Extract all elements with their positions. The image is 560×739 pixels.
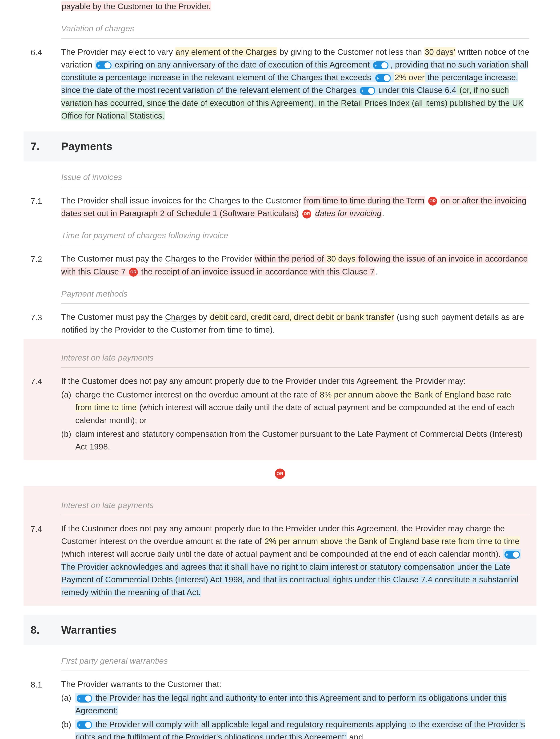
text: The Provider shall issue invoices for th… <box>61 196 303 205</box>
sub-letter-a: (a) <box>61 692 75 717</box>
editable-span[interactable]: debit card, credit card, direct debit or… <box>209 312 394 322</box>
clause-number: 7.2 <box>31 252 61 278</box>
text: by giving to the Customer not less than <box>277 47 424 56</box>
optional-span[interactable]: expiring on any anniversary of the date … <box>115 60 370 69</box>
toggle-icon[interactable] <box>360 87 375 95</box>
or-badge[interactable]: OR <box>129 268 138 277</box>
clause-body: The Provider shall issue invoices for th… <box>61 194 529 220</box>
clause-number: 6.4 <box>31 46 61 122</box>
defined-term[interactable]: Charges <box>165 254 196 263</box>
section-number: 8. <box>31 622 61 638</box>
clause-number: 7.4 <box>31 522 61 599</box>
text-fragment: payable by the Customer to the Provider. <box>61 1 211 11</box>
sub-item-a: charge the Customer interest on the over… <box>75 388 529 427</box>
sub-item-b: claim interest and statutory compensatio… <box>75 428 529 453</box>
toggle-icon[interactable] <box>373 61 389 69</box>
option-c[interactable]: dates for invoicing <box>315 208 382 218</box>
or-badge[interactable]: OR <box>302 209 311 218</box>
sub-item-a: the Provider has the legal right and aut… <box>75 692 529 717</box>
text: The Customer must pay the <box>61 312 165 321</box>
editable-span[interactable]: 2% per annum above the Bank of England b… <box>264 536 520 546</box>
text: . <box>375 267 378 276</box>
text: The Provider may elect to vary <box>61 47 175 56</box>
toggle-icon[interactable] <box>77 695 92 703</box>
clause-body: The Customer must pay the Charges by deb… <box>61 311 529 336</box>
sub-letter-b: (b) <box>61 718 75 739</box>
section-header-8: 8. Warranties <box>23 615 537 645</box>
intro-text: The Provider warrants to the Customer th… <box>61 678 529 691</box>
text: (which interest will accrue daily until … <box>75 403 515 425</box>
toggle-icon[interactable] <box>77 721 92 729</box>
clause-number: 7.4 <box>31 375 61 453</box>
optional-span[interactable]: under this Clause 6.4 <box>378 86 456 95</box>
text: and <box>347 732 363 739</box>
subsection-title-time: Time for payment of charges following in… <box>61 227 529 245</box>
or-badge[interactable]: OR <box>428 197 437 205</box>
optional-span[interactable]: the Provider has the legal right and aut… <box>75 693 507 715</box>
option-text[interactable]: following <box>356 254 393 263</box>
toggle-icon[interactable] <box>96 61 112 69</box>
editable-span[interactable]: 30 days <box>326 254 356 263</box>
alternative-block-2[interactable]: Interest on late payments 7.4 If the Cus… <box>23 486 537 606</box>
section-title: Payments <box>61 138 112 155</box>
or-badge[interactable]: OR <box>275 468 285 479</box>
option-a[interactable]: from time to time during the Term <box>303 196 425 205</box>
defined-term[interactable]: Charges <box>165 312 196 322</box>
text: to the Provider <box>196 254 254 263</box>
alternative-block-1[interactable]: Interest on late payments 7.4 If the Cus… <box>23 339 537 460</box>
section-title: Warranties <box>61 622 117 638</box>
clause-body: The Customer must pay the Charges to the… <box>61 252 529 278</box>
text: by <box>196 312 209 321</box>
option-text[interactable]: within the period of <box>255 254 326 263</box>
subsection-title-variation: Variation of charges <box>61 20 529 38</box>
section-number: 7. <box>31 138 61 155</box>
clause-7-4a: 7.4 If the Customer does not pay any amo… <box>31 375 529 453</box>
clause-number: 7.1 <box>31 194 61 220</box>
clause-body: The Provider may elect to vary any eleme… <box>61 46 529 122</box>
clause-body: If the Customer does not pay any amount … <box>61 522 529 599</box>
toggle-icon[interactable] <box>375 74 391 82</box>
intro-text: If the Customer does not pay any amount … <box>61 375 529 388</box>
clause-7-2: 7.2 The Customer must pay the Charges to… <box>31 252 529 278</box>
clause-6-4: 6.4 The Provider may elect to vary any e… <box>31 46 529 122</box>
editable-span[interactable]: 30 days' <box>424 47 455 57</box>
clause-number: 7.3 <box>31 311 61 336</box>
clause-8-1: 8.1 The Provider warrants to the Custome… <box>31 678 529 739</box>
optional-span[interactable]: The Provider acknowledges and agrees tha… <box>61 562 518 597</box>
section-header-7: 7. Payments <box>23 132 537 161</box>
subsection-title-first-warranties: First party general warranties <box>61 652 529 671</box>
document-page: payable by the Customer to the Provider.… <box>0 0 560 739</box>
clause-7-3: 7.3 The Customer must pay the Charges by… <box>31 311 529 336</box>
or-separator: OR <box>31 467 529 479</box>
clause-fragment: payable by the Customer to the Provider. <box>61 0 529 13</box>
clause-body: The Provider warrants to the Customer th… <box>61 678 529 739</box>
text: . <box>382 208 384 218</box>
editable-span[interactable]: 2% over <box>394 72 425 82</box>
text: charge the Customer interest on the over… <box>75 390 319 399</box>
subsection-title-methods: Payment methods <box>61 285 529 304</box>
editable-span[interactable]: any element of the Charges <box>175 47 277 57</box>
option-b[interactable]: the receipt of an invoice issued in acco… <box>141 267 375 276</box>
sub-letter-a: (a) <box>61 388 75 427</box>
subsection-title-interest: Interest on late payments <box>61 496 529 515</box>
clause-body: If the Customer does not pay any amount … <box>61 375 529 453</box>
subsection-title-interest: Interest on late payments <box>61 349 529 367</box>
clause-number: 8.1 <box>31 678 61 739</box>
subsection-title-invoices: Issue of invoices <box>61 168 529 187</box>
clause-7-4b: 7.4 If the Customer does not pay any amo… <box>31 522 529 599</box>
toggle-icon[interactable] <box>505 551 520 559</box>
text: The Customer must pay the <box>61 254 165 263</box>
clause-7-1: 7.1 The Provider shall issue invoices fo… <box>31 194 529 220</box>
text: (which interest will accrue daily until … <box>61 549 503 558</box>
optional-span[interactable]: the Provider will comply with all applic… <box>96 720 519 729</box>
sub-item-b: the Provider will comply with all applic… <box>75 718 529 739</box>
sub-letter-b: (b) <box>61 428 75 453</box>
